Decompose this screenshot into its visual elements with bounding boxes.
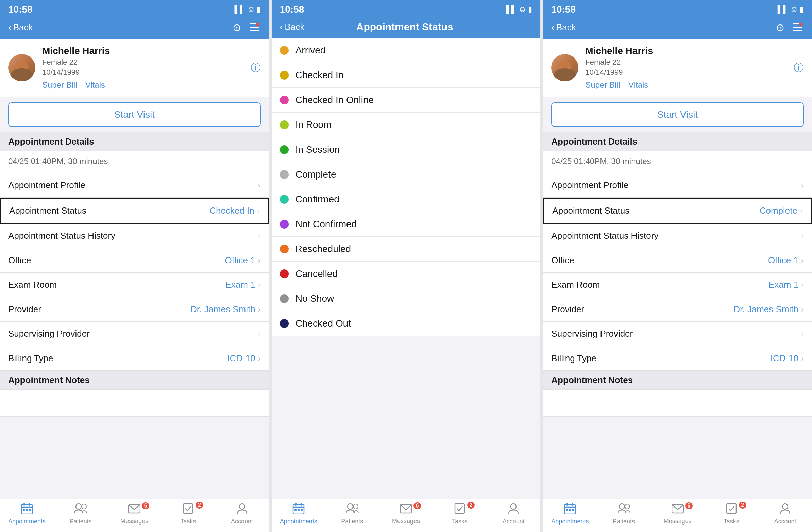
svg-rect-6 <box>24 503 25 506</box>
back-button-1[interactable]: ‹ Back <box>8 22 33 33</box>
exam-room-value-1: Exam 1 <box>226 279 255 290</box>
billing-type-row-1[interactable]: Billing Type ICD-10 › <box>0 346 269 371</box>
back-button-2[interactable]: ‹ Back <box>280 22 304 32</box>
status-bar-2: 10:58 ▌▌ ⊜ ▮ <box>272 0 541 17</box>
nav-actions-1: ⊙ <box>231 21 261 33</box>
tab-appointments-3[interactable]: Appointments <box>550 503 590 525</box>
tab-patients-3[interactable]: Patients <box>604 503 644 525</box>
status-bar-3: 10:58 ▌▌ ⊜ ▮ <box>543 0 812 17</box>
office-row-1[interactable]: Office Office 1 › <box>0 248 269 273</box>
tab-messages-1[interactable]: 6 Messages <box>114 504 155 525</box>
wifi-icon-3: ⊜ <box>791 5 797 14</box>
notes-area-3[interactable] <box>543 389 812 417</box>
tab-messages-3[interactable]: 6 Messages <box>657 504 698 525</box>
tab-appointments-1[interactable]: Appointments <box>6 503 47 525</box>
billing-type-row-3[interactable]: Billing Type ICD-10 › <box>543 346 812 371</box>
appt-date-text-1: 04/25 01:40PM, 30 minutes <box>8 157 108 166</box>
status-confirmed[interactable]: Confirmed <box>272 187 541 212</box>
tab-appointments-2[interactable]: Appointments <box>278 503 319 525</box>
status-time-1: 10:58 <box>8 4 33 15</box>
status-checked-in[interactable]: Checked In <box>272 63 541 88</box>
vitals-link-1[interactable]: Vitals <box>85 80 105 90</box>
messages-label-1: Messages <box>120 518 148 525</box>
appt-details-header-3: Appointment Details <box>543 132 812 151</box>
tab-patients-2[interactable]: Patients <box>332 503 373 525</box>
menu-button-1[interactable] <box>249 21 261 33</box>
status-rescheduled[interactable]: Rescheduled <box>272 237 541 262</box>
appt-profile-label-3: Appointment Profile <box>551 180 628 190</box>
tab-tasks-1[interactable]: 2 Tasks <box>168 503 208 525</box>
tab-messages-2[interactable]: 6 Messages <box>386 504 426 525</box>
no-show-label: No Show <box>295 293 334 304</box>
info-circle-icon-1[interactable]: ⓘ <box>251 61 261 75</box>
messages-badge-3: 6 <box>685 502 693 509</box>
messages-label-2: Messages <box>392 518 420 525</box>
appt-status-history-row-1[interactable]: Appointment Status History › <box>0 224 269 248</box>
battery-icon-1: ▮ <box>257 5 261 14</box>
exam-room-chevron-3: › <box>801 280 804 290</box>
cancelled-dot <box>280 269 289 278</box>
tab-patients-1[interactable]: Patients <box>60 503 101 525</box>
rescheduled-dot <box>280 245 289 254</box>
status-in-session[interactable]: In Session <box>272 138 541 162</box>
tab-tasks-2[interactable]: 2 Tasks <box>439 503 480 525</box>
exam-room-row-1[interactable]: Exam Room Exam 1 › <box>0 273 269 297</box>
appt-profile-row-3[interactable]: Appointment Profile › <box>543 173 812 198</box>
tasks-label-2: Tasks <box>452 518 467 525</box>
back-chevron-icon-1: ‹ <box>8 22 11 33</box>
checked-in-dot <box>280 71 289 80</box>
office-row-3[interactable]: Office Office 1 › <box>543 248 812 273</box>
super-bill-link-1[interactable]: Super Bill <box>42 80 77 90</box>
status-not-confirmed[interactable]: Not Confirmed <box>272 212 541 237</box>
status-no-show[interactable]: No Show <box>272 286 541 311</box>
tab-account-3[interactable]: Account <box>765 503 806 525</box>
appt-status-row-1[interactable]: Appointment Status Checked In › <box>0 198 269 224</box>
provider-chevron-1: › <box>258 305 261 314</box>
tab-account-2[interactable]: Account <box>493 503 534 525</box>
svg-rect-20 <box>294 509 296 511</box>
appt-profile-chevron-1: › <box>258 181 261 190</box>
tasks-label-3: Tasks <box>724 518 739 525</box>
supervising-provider-chevron-3: › <box>801 329 804 339</box>
status-in-room[interactable]: In Room <box>272 113 541 138</box>
status-checked-in-online[interactable]: Checked In Online <box>272 88 541 113</box>
back-button-3[interactable]: ‹ Back <box>551 22 576 33</box>
tasks-badge-3: 2 <box>739 502 746 508</box>
provider-row-1[interactable]: Provider Dr. James Smith › <box>0 297 269 322</box>
nav-bar-3: ‹ Back ⊙ <box>543 17 812 39</box>
tab-account-1[interactable]: Account <box>222 503 262 525</box>
patient-name-3: Michelle Harris <box>585 46 787 56</box>
status-arrived[interactable]: Arrived <box>272 38 541 63</box>
provider-row-3[interactable]: Provider Dr. James Smith › <box>543 297 812 322</box>
menu-button-3[interactable] <box>792 21 804 33</box>
checked-out-dot <box>280 319 289 328</box>
info-button-1[interactable]: ⊙ <box>231 21 243 33</box>
status-complete[interactable]: Complete <box>272 162 541 187</box>
start-visit-button-1[interactable]: Start Visit <box>8 102 261 127</box>
appt-profile-row-1[interactable]: Appointment Profile › <box>0 173 269 198</box>
supervising-provider-row-3[interactable]: Supervising Provider › <box>543 322 812 346</box>
svg-rect-22 <box>301 509 303 511</box>
not-confirmed-label: Not Confirmed <box>295 219 357 230</box>
exam-room-row-3[interactable]: Exam Room Exam 1 › <box>543 273 812 297</box>
vitals-link-3[interactable]: Vitals <box>628 80 648 90</box>
complete-label: Complete <box>295 169 336 180</box>
svg-point-3 <box>256 24 259 26</box>
start-visit-button-3[interactable]: Start Visit <box>551 102 804 127</box>
info-circle-icon-3[interactable]: ⓘ <box>794 61 804 75</box>
status-cancelled[interactable]: Cancelled <box>272 262 541 286</box>
notes-area-1[interactable] <box>0 389 269 417</box>
tasks-icon-3 <box>726 503 737 517</box>
status-icons-3: ▌▌ ⊜ ▮ <box>778 5 804 14</box>
super-bill-link-3[interactable]: Super Bill <box>585 80 620 90</box>
supervising-provider-row-1[interactable]: Supervising Provider › <box>0 322 269 346</box>
appt-status-row-3[interactable]: Appointment Status Complete › <box>543 198 812 224</box>
patients-label-3: Patients <box>613 518 635 525</box>
exam-room-label-1: Exam Room <box>8 279 57 290</box>
svg-rect-2 <box>250 30 259 31</box>
tab-tasks-3[interactable]: 2 Tasks <box>711 503 752 525</box>
appt-status-history-row-3[interactable]: Appointment Status History › <box>543 224 812 248</box>
info-button-3[interactable]: ⊙ <box>774 21 786 33</box>
in-session-label: In Session <box>295 144 340 155</box>
status-checked-out[interactable]: Checked Out <box>272 311 541 336</box>
